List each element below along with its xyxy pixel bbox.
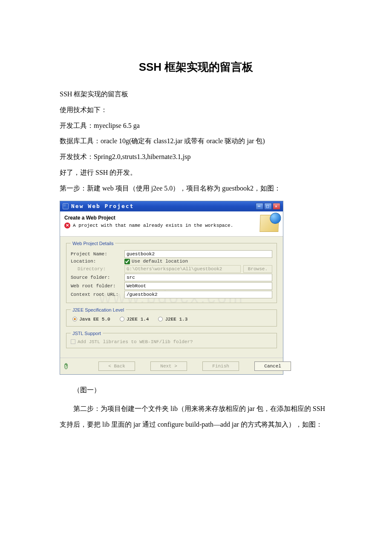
location-label: Location: [71,259,124,264]
radio-label: J2EE 1.4 [127,317,149,322]
finish-button: Finish [202,361,239,371]
source-folder-label: Source folder: [71,275,124,280]
project-name-input[interactable] [124,250,272,258]
back-button: < Back [98,361,135,371]
project-name-label: Project Name: [71,251,124,257]
wizard-graphic-icon [259,215,279,232]
radio-dot-icon [72,317,77,321]
directory-label: Directory: [71,266,124,272]
radio-dot-icon [158,317,163,321]
use-default-location-checkbox[interactable] [124,259,130,264]
help-icon[interactable]: ? [64,363,68,369]
page-title: SSH 框架实现的留言板 [60,60,332,75]
window-titlebar: New Web Project – □ ✕ [60,201,283,211]
radio-dot-icon [120,317,124,321]
paragraph: 第一步：新建 web 项目（使用 j2ee 5.0），项目名称为 guestbo… [60,181,332,197]
web-project-details-group: Web Project Details Project Name: Locati… [66,241,277,303]
context-root-input[interactable] [124,291,272,298]
next-button: Next > [150,361,187,371]
context-root-label: Context root URL: [71,292,124,297]
paragraph: 数据库工具：oracle 10g(确定有 class12.jar 或带有 ora… [60,133,332,149]
paragraph: SSH 框架实现的留言板 [60,87,332,102]
maximize-button[interactable]: □ [264,203,272,210]
radio-label: Java EE 5.0 [79,317,110,322]
paragraph: 使用技术如下： [60,102,332,118]
paragraph: 开发技术：Spring2.0,struts1.3,hibernate3.1,js… [60,149,332,165]
window-title: New Web Project [71,203,134,209]
group-legend: Web Project Details [71,241,115,246]
figure-caption: （图一） [60,382,332,398]
j2ee-spec-group: J2EE Specification Level Java EE 5.0 J2E… [66,307,277,327]
radio-j2ee-14[interactable]: J2EE 1.4 [120,317,149,322]
jstl-label: Add JSTL libraries to WEB-INF/lib folder… [78,339,193,344]
new-web-project-dialog: New Web Project – □ ✕ Create a Web Proje… [60,201,283,375]
source-folder-input[interactable] [124,274,272,281]
paragraph: 好了，进行 SSH 的开发。 [60,165,332,181]
close-button[interactable]: ✕ [273,203,280,210]
minimize-button[interactable]: – [256,203,263,210]
browse-button: Browse. [243,265,272,273]
radio-j2ee-13[interactable]: J2EE 1.3 [158,317,187,322]
web-root-input[interactable] [124,282,272,290]
cancel-button[interactable]: Cancel [254,361,291,371]
group-legend: J2EE Specification Level [71,307,126,312]
jstl-support-group: JSTL Support Add JSTL libraries to WEB-I… [66,331,277,348]
paragraph: 第二步：为项目创建一个文件夹 lib（用来将来存放相应的 jar 包，在添加相应… [60,401,332,433]
jstl-checkbox [71,339,75,344]
app-icon [63,203,69,209]
group-legend: JSTL Support [71,331,103,336]
radio-java-ee-5[interactable]: Java EE 5.0 [72,317,110,322]
web-root-label: Web root folder: [71,283,124,289]
directory-input [124,265,241,273]
radio-label: J2EE 1.3 [165,317,187,322]
use-default-location-label: Use default location [132,259,188,264]
error-icon: ✕ [64,223,70,228]
globe-icon [270,213,281,224]
wizard-error-message: A project with that name already exists … [73,223,233,228]
wizard-heading: Create a Web Project [64,215,233,221]
paragraph: 开发工具：myeclipse 6.5 ga [60,118,332,134]
